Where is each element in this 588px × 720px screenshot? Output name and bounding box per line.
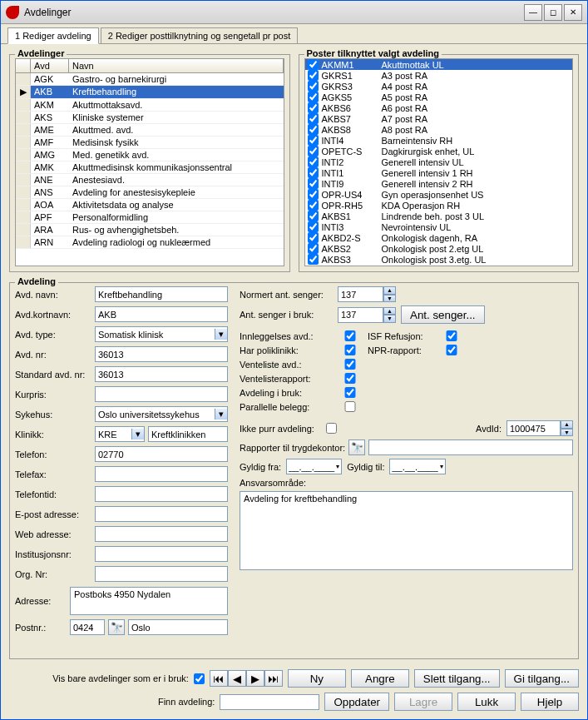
lukk-button[interactable]: Lukk bbox=[457, 693, 516, 711]
binoculars-icon[interactable]: 🔭 bbox=[108, 619, 125, 635]
poster-list[interactable]: AKMM1Akuttmottak ULGKRS1A3 post RAGKRS3A… bbox=[304, 58, 574, 266]
chk-post[interactable] bbox=[308, 254, 319, 265]
chk-ventelisterapport[interactable] bbox=[338, 373, 363, 384]
oppdater-button[interactable]: Oppdater bbox=[324, 693, 389, 711]
chk-post[interactable] bbox=[308, 178, 319, 189]
maximize-button[interactable]: ◻ bbox=[544, 4, 562, 21]
chevron-down-icon[interactable]: ▾ bbox=[440, 463, 443, 470]
combo-type[interactable]: Somatisk klinisk▾ bbox=[95, 326, 228, 342]
spin-normert[interactable]: ▲▼ bbox=[338, 286, 396, 302]
chk-post[interactable] bbox=[308, 167, 319, 178]
date-gyldigtil[interactable]: __.__.____▾ bbox=[389, 459, 445, 474]
date-gyldigfra[interactable]: __.__.____▾ bbox=[286, 459, 342, 474]
list-item[interactable]: INTI9Generell intensiv 2 RH bbox=[305, 178, 573, 189]
input-avd-navn[interactable] bbox=[95, 286, 228, 302]
chk-post[interactable] bbox=[308, 200, 319, 211]
list-item[interactable]: INTI2Generell intensiv UL bbox=[305, 156, 573, 167]
list-item[interactable]: INTI4Barneintensiv RH bbox=[305, 135, 573, 146]
chevron-down-icon[interactable]: ▾ bbox=[336, 463, 339, 470]
close-button[interactable]: ✕ bbox=[564, 4, 582, 21]
hjelp-button[interactable]: Hjelp bbox=[521, 693, 579, 711]
table-row[interactable]: AGKGastro- og barnekirurgi bbox=[16, 73, 284, 86]
gi-tilgang-button[interactable]: Gi tilgang... bbox=[505, 669, 579, 688]
table-row[interactable]: ARNAvdeling radiologi og nukleærmed bbox=[16, 236, 284, 249]
chevron-down-icon[interactable]: ▾ bbox=[215, 329, 227, 340]
table-row[interactable]: AMFMedisinsk fysikk bbox=[16, 137, 284, 149]
slett-tilgang-button[interactable]: Slett tilgang... bbox=[414, 669, 500, 688]
chk-post[interactable] bbox=[308, 135, 319, 146]
chk-post[interactable] bbox=[308, 70, 319, 81]
tab-rediger-avdeling[interactable]: 1 Rediger avdeling bbox=[7, 27, 99, 44]
input-epost[interactable] bbox=[95, 506, 228, 522]
list-item[interactable]: AKBS1Lindrende beh. post 3 UL bbox=[305, 211, 573, 221]
nav-prev-button[interactable]: ◀ bbox=[228, 670, 246, 687]
input-telefon[interactable] bbox=[95, 446, 228, 462]
tab-rediger-posttilknytning[interactable]: 2 Rediger posttilknytning og sengetall p… bbox=[101, 27, 299, 43]
chk-post[interactable] bbox=[308, 59, 319, 70]
list-item[interactable]: INTI3Nevrointensiv UL bbox=[305, 221, 573, 232]
chk-parallelle[interactable] bbox=[338, 401, 363, 412]
combo-klinikk-code[interactable]: KRE▾ bbox=[95, 426, 145, 442]
angre-button[interactable]: Angre bbox=[351, 669, 409, 688]
input-instnr[interactable] bbox=[95, 546, 228, 562]
minimize-button[interactable]: — bbox=[524, 4, 542, 21]
spin-avdid[interactable]: ▲▼ bbox=[506, 420, 573, 436]
chk-npr[interactable] bbox=[439, 345, 464, 355]
chk-post[interactable] bbox=[308, 113, 319, 124]
list-item[interactable]: AGKS5A5 post RA bbox=[305, 92, 573, 102]
list-item[interactable]: AKBS3Onkologisk post 3.etg. UL bbox=[305, 254, 573, 265]
spin-ibruk[interactable]: ▲▼ bbox=[338, 307, 396, 323]
input-poststed[interactable] bbox=[128, 619, 228, 635]
chk-post[interactable] bbox=[308, 102, 319, 113]
spin-down-icon[interactable]: ▼ bbox=[383, 295, 396, 303]
textarea-ansvar[interactable]: Avdeling for kreftbehandling bbox=[240, 491, 573, 570]
input-klinikk-name[interactable] bbox=[148, 426, 228, 442]
list-item[interactable]: AKBS8A8 post RA bbox=[305, 124, 573, 135]
input-web[interactable] bbox=[95, 526, 228, 542]
chk-post[interactable] bbox=[308, 232, 319, 243]
chk-poliklinikk[interactable] bbox=[338, 345, 363, 355]
lagre-button[interactable]: Lagre bbox=[394, 693, 452, 711]
chevron-down-icon[interactable]: ▾ bbox=[131, 429, 144, 439]
nav-first-button[interactable]: ⏮ bbox=[210, 670, 228, 687]
table-row[interactable]: AKMAkuttmottaksavd. bbox=[16, 99, 284, 112]
chk-innlegg[interactable] bbox=[338, 330, 363, 341]
input-finn-avdeling[interactable] bbox=[220, 694, 319, 710]
ny-button[interactable]: Ny bbox=[288, 669, 346, 688]
input-trygdekontor[interactable] bbox=[368, 439, 573, 455]
chk-post[interactable] bbox=[308, 211, 319, 221]
table-row[interactable]: AMEAkuttmed. avd. bbox=[16, 124, 284, 137]
chk-avdibruk[interactable] bbox=[338, 387, 363, 398]
chk-post[interactable] bbox=[308, 146, 319, 156]
spin-up-icon[interactable]: ▲ bbox=[561, 420, 573, 429]
chk-vis-bare[interactable] bbox=[194, 673, 205, 684]
chk-post[interactable] bbox=[308, 124, 319, 135]
list-item[interactable]: AKBS2Onkologisk post 2.etg UL bbox=[305, 243, 573, 254]
list-item[interactable]: AKMM1Akuttmottak UL bbox=[305, 59, 573, 70]
list-item[interactable]: OPR-RH5KDA Operasjon RH bbox=[305, 200, 573, 211]
input-orgnr[interactable] bbox=[95, 566, 228, 582]
nav-last-button[interactable]: ⏭ bbox=[264, 670, 283, 687]
input-telefax[interactable] bbox=[95, 466, 228, 482]
input-kortnavn[interactable] bbox=[95, 306, 228, 322]
input-telefontid[interactable] bbox=[95, 486, 228, 502]
chk-post[interactable] bbox=[308, 189, 319, 200]
table-row[interactable]: AOAAktivitetsdata og analyse bbox=[16, 199, 284, 211]
textarea-adresse[interactable]: Postboks 4950 Nydalen bbox=[70, 587, 228, 615]
table-row[interactable]: ▶AKBKreftbehandling bbox=[16, 86, 284, 99]
list-item[interactable]: OPR-US4Gyn operasjonsenhet US bbox=[305, 189, 573, 200]
col-header-navn[interactable]: Navn bbox=[69, 59, 284, 72]
table-row[interactable]: AMKAkuttmedisinsk kommunikasjonssentral bbox=[16, 161, 284, 174]
list-item[interactable]: OPETC-SDagkirurgisk enhet, UL bbox=[305, 146, 573, 156]
chk-post[interactable] bbox=[308, 81, 319, 92]
binoculars-icon[interactable]: 🔭 bbox=[348, 439, 365, 455]
table-row[interactable]: APFPersonalformidling bbox=[16, 211, 284, 224]
table-row[interactable]: ANSAvdeling for anestesisykepleie bbox=[16, 186, 284, 199]
spin-down-icon[interactable]: ▼ bbox=[383, 315, 396, 323]
spin-up-icon[interactable]: ▲ bbox=[383, 286, 396, 295]
table-row[interactable]: AMGMed. genetikk avd. bbox=[16, 149, 284, 161]
list-item[interactable]: GKRS3A4 post RA bbox=[305, 81, 573, 92]
chk-ikkepurr[interactable] bbox=[326, 423, 337, 434]
table-row[interactable]: AKSKliniske systemer bbox=[16, 112, 284, 124]
col-header-avd[interactable]: Avd bbox=[31, 59, 69, 72]
